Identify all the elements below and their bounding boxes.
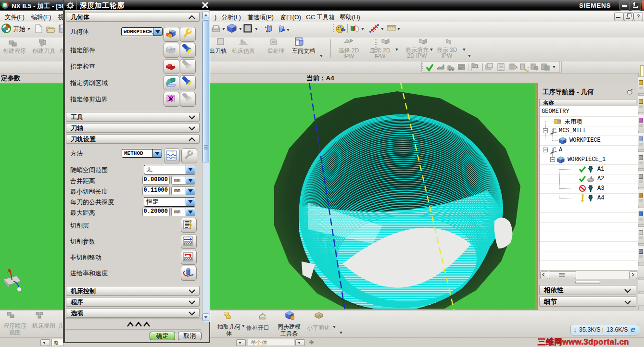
svg-text:Y: Y: [554, 127, 556, 130]
svg-text:Y: Y: [554, 147, 556, 149]
svg-text:X: X: [7, 268, 11, 273]
